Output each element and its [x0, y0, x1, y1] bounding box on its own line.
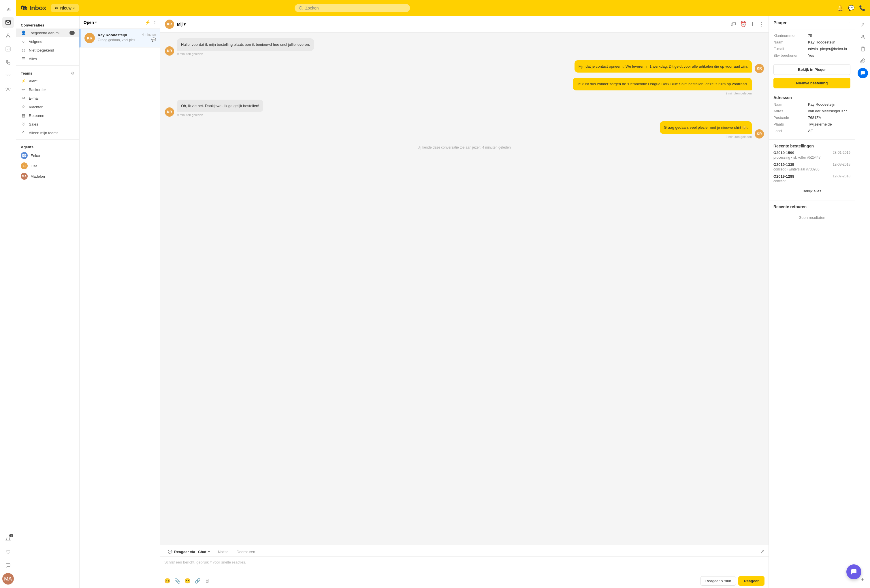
agent-lisa[interactable]: LI Lisa: [16, 161, 79, 171]
sidebar-item-klachten[interactable]: ☆ Klachten: [16, 102, 79, 111]
right-panel-header: Picqer →: [769, 16, 855, 30]
reply-tab-dropdown-icon[interactable]: ▾: [208, 550, 210, 554]
expand-icon[interactable]: ⤢: [760, 549, 764, 556]
msg-bubble-4: Oh, ik zie het. Dankjewel. Ik ga gelijk …: [177, 99, 263, 112]
screen-icon[interactable]: 🖥: [205, 578, 210, 584]
sidebar-item-unassigned[interactable]: ◎ Niet toegekend: [16, 46, 79, 54]
attachment-icon[interactable]: 📎: [174, 578, 180, 584]
rs-export-icon[interactable]: ↗: [858, 19, 868, 30]
msg-avatar-1: KR: [165, 46, 174, 56]
sales-icon: ♡: [21, 122, 26, 126]
sidebar-item-backorder[interactable]: ✏ Backorder: [16, 85, 79, 94]
teams-section-header: Teams ⚙: [16, 68, 79, 77]
header-icons: 🔔 💬 📞: [837, 5, 866, 11]
filter-icon[interactable]: ⚡: [145, 19, 151, 25]
addr-adres-value: van der Meersingel 377: [808, 109, 847, 113]
msg-content-3: Je kunt dus zonder zorgen de 'Democratic…: [573, 78, 752, 95]
teams-title: Teams: [21, 71, 32, 76]
new-button[interactable]: ✏ Nieuw ▾: [51, 4, 79, 12]
heart-icon[interactable]: ♡: [2, 546, 14, 558]
following-icon: ○: [21, 39, 26, 44]
msg-content-5: Graag gedaan, veel plezier met je nieuwe…: [660, 121, 752, 138]
agent-eelco[interactable]: EE Eelco: [16, 150, 79, 161]
conversation-item-1[interactable]: KR Kay Roodesteijn Graag gedaan, veel pl…: [80, 29, 160, 48]
alarm-icon[interactable]: ⏰: [740, 21, 746, 27]
order-3[interactable]: O2019-1288 12-07-2018 concept: [773, 174, 851, 183]
sidebar-item-only-my-teams[interactable]: ^ Alleen mijn teams: [16, 128, 79, 137]
order-date-1: 28-01-2019: [833, 151, 851, 155]
chat-header-name[interactable]: Mij ▾: [177, 22, 186, 27]
reply-tab-chat[interactable]: 💬 Reageer via Chat ▾: [164, 548, 213, 556]
rs-user-icon[interactable]: [858, 32, 868, 42]
right-panel-close-icon: →: [846, 21, 851, 25]
msg-bubble-5: Graag gedaan, veel plezier met je nieuwe…: [660, 121, 752, 134]
sidebar-item-following[interactable]: ○ Volgend: [16, 37, 79, 46]
chat2-icon[interactable]: [2, 560, 14, 571]
search-input[interactable]: [305, 6, 406, 10]
chat-header-icon[interactable]: 💬: [848, 5, 854, 11]
msg-time-3: 9 minuten geleden: [573, 92, 752, 95]
info-row-email: E-mail edwin+picqer@belco.io: [773, 47, 851, 51]
phone-header-icon[interactable]: 📞: [859, 5, 866, 11]
recent-orders-title: Recente bestellingen: [769, 140, 855, 151]
sidebar-item-retouren[interactable]: ▦ Retouren: [16, 111, 79, 120]
sort-icon[interactable]: ↕: [153, 19, 156, 25]
msg-text-5: Graag gedaan, veel plezier met je nieuwe…: [664, 125, 748, 129]
more-icon[interactable]: ⋮: [759, 21, 764, 27]
teams-gear-icon[interactable]: ⚙: [71, 71, 74, 76]
floating-chat-button[interactable]: [846, 564, 861, 579]
reply-tab-note[interactable]: Notitie: [215, 548, 232, 556]
open-status-button[interactable]: Open ▾: [83, 20, 97, 25]
bekijk-picqer-button[interactable]: Bekijk in Picqer: [773, 64, 851, 75]
link-icon[interactable]: 🔗: [195, 578, 201, 584]
order-1[interactable]: O2019-1599 28-01-2019 processing • skiko…: [773, 151, 851, 159]
sidebar-item-assigned[interactable]: 👤 Toegekend aan mij 1: [16, 28, 79, 37]
bell-header-icon[interactable]: 🔔: [837, 5, 843, 11]
settings-icon[interactable]: [2, 83, 14, 95]
notifications-icon[interactable]: 2: [2, 533, 14, 545]
sidebar-item-sales[interactable]: ♡ Sales: [16, 120, 79, 128]
sidebar-item-alert[interactable]: ⚡ Alert!: [16, 77, 79, 85]
right-panel-title: Picqer: [773, 20, 787, 25]
addr-naam-label: Naam: [773, 102, 805, 107]
reports-icon[interactable]: [2, 43, 14, 55]
download-icon[interactable]: ⬇: [750, 21, 755, 27]
retouren-label: Retouren: [29, 113, 44, 118]
rs-chat-icon[interactable]: [858, 68, 868, 78]
addr-land-label: Land: [773, 129, 805, 133]
wave-icon[interactable]: 〰: [2, 70, 14, 81]
new-order-button[interactable]: Nieuwe bestelling: [773, 78, 851, 88]
tag-icon[interactable]: 🏷: [731, 21, 736, 27]
reply-area[interactable]: [160, 557, 769, 574]
agent-madelon[interactable]: MA Madelon: [16, 171, 79, 181]
inbox-icon[interactable]: [2, 17, 14, 28]
bag-icon[interactable]: 🛍: [2, 3, 14, 15]
conv-preview-1: Graag gedaan, veel plezier met je nie...: [98, 38, 139, 42]
svg-point-9: [862, 35, 864, 37]
reply-tab-forward[interactable]: Doorsturen: [233, 548, 259, 556]
addr-postcode-row: Postcode 7681ZA: [773, 116, 851, 120]
avatar-bottom-icon[interactable]: MA: [2, 573, 14, 585]
alert-label: Alert!: [29, 79, 37, 83]
unassigned-icon: ◎: [21, 48, 26, 52]
assigned-badge: 1: [70, 31, 74, 35]
new-btn-icon: ✏: [55, 6, 58, 10]
reply-send-button[interactable]: Reageer: [738, 576, 764, 586]
contacts-icon[interactable]: [2, 30, 14, 42]
rs-paperclip-icon[interactable]: [858, 56, 868, 66]
reply-send-close-button[interactable]: Reageer & sluit: [700, 576, 736, 586]
sidebar-item-all[interactable]: ☰ Alles: [16, 54, 79, 63]
emoji-icon[interactable]: 😊: [164, 578, 170, 584]
assigned-icon: 👤: [21, 31, 26, 35]
sidebar-item-email[interactable]: ✉ E-mail: [16, 94, 79, 102]
phone-icon[interactable]: [2, 56, 14, 68]
view-all-orders[interactable]: Bekijk alles: [773, 186, 851, 196]
email-value: edwin+picqer@belco.io: [808, 47, 847, 51]
sales-label: Sales: [29, 122, 38, 126]
open-status-label: Open: [83, 20, 94, 25]
order-2[interactable]: O2019-1335 12-08-2018 concept • wintersj…: [773, 162, 851, 171]
emoji2-icon[interactable]: 😶: [185, 578, 191, 584]
panel-close-icon[interactable]: →: [846, 21, 851, 25]
rs-clipboard-icon[interactable]: [858, 44, 868, 54]
msg-bubble-2: Fijn dat je contact opneemt. We leveren …: [575, 60, 752, 73]
